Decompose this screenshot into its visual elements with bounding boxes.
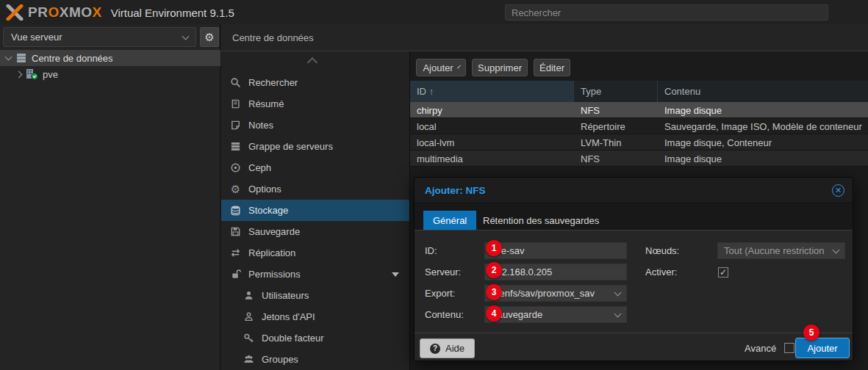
view-selector-label: Vue serveur: [11, 32, 62, 43]
version-text: Virtual Environment 9.1.5: [111, 7, 234, 19]
nodes-combo[interactable]: Tout (Aucune restriction: [717, 242, 845, 259]
breadcrumb: Centre de données: [232, 32, 314, 43]
step-annotation-5: 5: [803, 324, 819, 341]
menu-item-sauvegarde[interactable]: Sauvegarde: [221, 221, 409, 242]
view-selector[interactable]: Vue serveur: [3, 27, 196, 47]
datacenter-menu: Rechercher Résumé Notes Grappe de serveu…: [221, 51, 409, 370]
storage-icon: [229, 204, 242, 217]
menu-item-jetons-api[interactable]: Jetons d'API: [221, 306, 409, 327]
tree-item-pve[interactable]: pve: [0, 66, 220, 82]
group-icon: [243, 353, 255, 366]
question-icon: ?: [430, 344, 440, 354]
column-header-id[interactable]: ID ↑: [410, 81, 574, 102]
resource-tree-panel: Vue serveur ⚙ Centre de données: [0, 24, 220, 370]
add-nfs-dialog: Ajouter: NFS ✕ Général Rétention des sau…: [414, 177, 853, 361]
content-label: Contenu:: [425, 306, 464, 323]
menu-item-permissions[interactable]: Permissions: [221, 264, 409, 285]
menu-item-notes[interactable]: Notes: [221, 115, 409, 136]
help-button[interactable]: ? Aide: [420, 338, 475, 358]
menu-item-options[interactable]: ⚙ Options: [221, 178, 409, 200]
tab-general[interactable]: Général: [423, 211, 476, 230]
gear-icon: ⚙: [229, 183, 242, 195]
submit-add-button[interactable]: Ajouter: [795, 338, 850, 358]
brand-text: PROXMOX: [28, 4, 102, 21]
menu-item-rechercher[interactable]: Rechercher: [221, 72, 409, 93]
table-row[interactable]: local-lvm LVM-Thin Image disque, Contene…: [410, 134, 868, 150]
column-header-contenu[interactable]: Contenu: [658, 81, 868, 102]
step-annotation-4: 4: [486, 305, 502, 322]
export-combo[interactable]: arenfs/sav/proxmox_sav: [484, 285, 627, 302]
cluster-icon: [229, 140, 242, 153]
step-annotation-2: 2: [486, 262, 502, 278]
replication-icon: [229, 247, 242, 259]
content-combo[interactable]: Sauvegarde: [484, 306, 627, 323]
dialog-form: ID: Serveur: Export: Contenu: arenfs/sav…: [415, 231, 853, 333]
menu-item-ceph[interactable]: Ceph: [221, 157, 409, 178]
ceph-icon: [229, 162, 242, 174]
table-row[interactable]: chirpy NFS Image disque: [410, 102, 868, 118]
id-label: ID:: [425, 242, 437, 259]
menu-item-utilisateurs[interactable]: Utilisateurs: [221, 285, 409, 306]
menu-item-double-facteur[interactable]: Double facteur: [221, 327, 409, 349]
menu-item-groupes[interactable]: Groupes: [221, 349, 409, 370]
advanced-checkbox[interactable]: [784, 343, 795, 353]
chevron-down-icon: [457, 65, 461, 68]
node-icon: [26, 68, 38, 80]
proxmox-app: PROXMOX Virtual Environment 9.1.5 Vue se…: [0, 0, 868, 370]
tree-item-datacenter[interactable]: Centre de données: [0, 50, 220, 66]
sort-arrow-icon: ↑: [429, 86, 434, 97]
table-header: ID ↑ Type Contenu: [410, 81, 868, 102]
enable-checkbox[interactable]: ✓: [718, 267, 728, 278]
proxmox-logo-icon: [6, 4, 24, 21]
table-row[interactable]: local Répertoire Sauvegarde, Image ISO, …: [410, 118, 868, 134]
tree-item-label: Centre de données: [32, 53, 113, 64]
chevron-down-icon: [833, 246, 840, 253]
close-icon[interactable]: ✕: [832, 184, 844, 197]
menu-item-resume[interactable]: Résumé: [221, 93, 409, 115]
export-label: Export:: [425, 285, 455, 302]
gear-icon: ⚙: [204, 31, 214, 44]
collapse-caret-icon[interactable]: [392, 272, 399, 277]
expand-icon[interactable]: [15, 70, 23, 78]
backup-icon: [229, 225, 242, 238]
add-button[interactable]: Ajouter: [416, 59, 466, 76]
menu-item-replication[interactable]: Réplication: [221, 242, 409, 264]
scroll-up-indicator[interactable]: [307, 57, 318, 68]
top-bar: PROXMOX Virtual Environment 9.1.5: [0, 0, 868, 24]
nodes-label: Nœuds:: [645, 242, 679, 259]
menu-item-grappe-de-serveurs[interactable]: Grappe de serveurs: [221, 136, 409, 157]
tree-item-label: pve: [43, 69, 58, 80]
datacenter-icon: [15, 52, 27, 64]
advanced-label: Avancé: [745, 333, 776, 363]
dialog-footer: ? Aide Avancé Ajouter: [415, 333, 853, 362]
edit-button[interactable]: Éditer: [534, 59, 570, 76]
breadcrumb-bar: Centre de données: [221, 24, 868, 51]
collapse-icon[interactable]: [5, 54, 12, 61]
server-input[interactable]: [484, 264, 627, 280]
dialog-title: Ajouter: NFS: [425, 185, 486, 196]
dialog-header: Ajouter: NFS ✕: [415, 178, 853, 203]
notes-icon: [229, 119, 242, 131]
global-search-input[interactable]: [505, 4, 828, 21]
column-header-type[interactable]: Type: [574, 81, 658, 102]
chevron-down-icon: [182, 32, 190, 40]
proxmox-logo: PROXMOX Virtual Environment 9.1.5: [6, 3, 234, 22]
step-annotation-3: 3: [486, 284, 502, 300]
user-outline-icon: [243, 311, 255, 323]
key-icon: [243, 332, 255, 344]
step-annotation-1: 1: [486, 240, 502, 256]
id-input[interactable]: [484, 242, 627, 259]
search-icon: [229, 76, 242, 89]
chevron-down-icon: [614, 289, 622, 296]
table-row[interactable]: multimedia NFS Image disque: [410, 150, 868, 167]
unlock-icon: [229, 268, 242, 280]
summary-icon: [229, 98, 242, 110]
dialog-tab-bar: Général Rétention des sauvegardes: [415, 203, 853, 231]
tree-settings-button[interactable]: ⚙: [200, 27, 219, 47]
remove-button[interactable]: Supprimer: [472, 59, 528, 76]
user-icon: [243, 289, 255, 302]
chevron-down-icon: [614, 310, 622, 317]
menu-item-stockage[interactable]: Stockage: [221, 200, 409, 221]
tab-retention[interactable]: Rétention des sauvegardes: [473, 211, 609, 230]
enable-label: Activer:: [645, 264, 677, 280]
